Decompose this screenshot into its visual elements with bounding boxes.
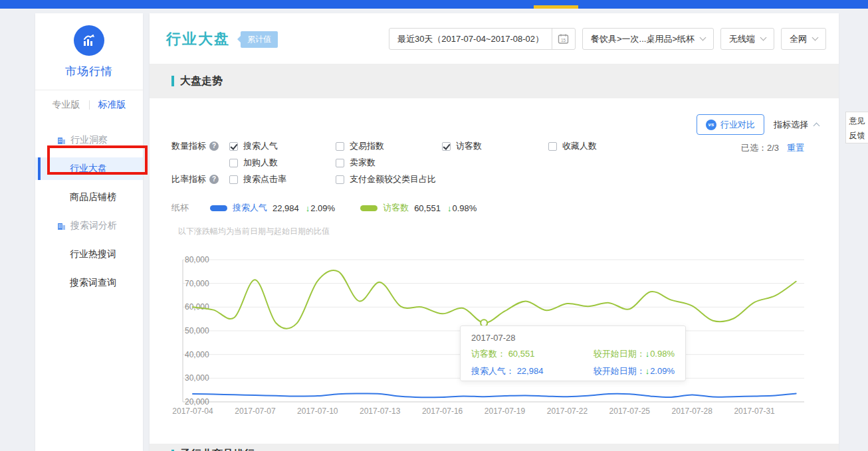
svg-text:2017-07-16: 2017-07-16: [422, 406, 463, 416]
metric-checkbox-visitors[interactable]: 访客数: [442, 141, 548, 151]
section-accent-bar: [171, 76, 174, 86]
chevron-down-icon: [812, 35, 819, 41]
checkbox[interactable]: [336, 175, 344, 184]
top-nav-bar: [0, 0, 868, 9]
svg-text:2017-07-13: 2017-07-13: [360, 406, 401, 416]
metric-checkbox-favorites[interactable]: 收藏人数: [548, 141, 661, 151]
industry-compare-button[interactable]: vs 行业对比: [697, 114, 764, 135]
svg-text:40,000: 40,000: [185, 350, 209, 359]
menu-group-industry-insight: 行业洞察: [35, 129, 143, 151]
chevron-down-icon: [700, 35, 706, 41]
legend-item-search-popularity[interactable]: 搜索人气 22,984 ↓ 2.09%: [210, 202, 335, 214]
tab-pro-version[interactable]: 专业版: [53, 99, 80, 111]
cumulative-badge: 累计值: [241, 31, 278, 48]
reset-link[interactable]: 重置: [787, 142, 804, 154]
chart-tooltip: 2017-07-28 访客数： 60,551 较开始日期：↓0.98% 搜索人气…: [460, 325, 686, 381]
main-content: 行业大盘 累计值 最近30天（2017-07-04~2017-08-02） 15…: [150, 13, 839, 451]
chevron-down-icon: [760, 35, 767, 41]
chevron-up-icon: [814, 123, 820, 130]
svg-text:70,000: 70,000: [185, 279, 209, 288]
page-title: 行业大盘: [166, 29, 230, 49]
svg-text:2017-07-19: 2017-07-19: [485, 406, 526, 416]
legend-item-visitors[interactable]: 访客数 60,551 ↓ 0.98%: [360, 202, 477, 214]
down-arrow-icon: ↓: [645, 366, 650, 376]
metric-checkbox-payment-ratio[interactable]: 支付金额较父类目占比: [336, 174, 442, 185]
scope-dropdown[interactable]: 全网: [781, 28, 826, 50]
checkbox[interactable]: [229, 142, 238, 151]
date-range-picker[interactable]: 最近30天（2017-07-04~2017-08-02） 15: [389, 28, 576, 50]
svg-text:50,000: 50,000: [185, 326, 209, 335]
down-arrow-icon: ↓: [306, 203, 310, 213]
app-title: 市场行情: [35, 64, 143, 79]
down-arrow-icon: ↓: [645, 349, 650, 359]
next-section-band: 子行业商品排行: [150, 444, 839, 451]
chart-legend: 纸杯 搜索人气 22,984 ↓ 2.09% 访客数 60,551 ↓ 0.98…: [171, 202, 502, 214]
sidebar: 市场行情 专业版 标准版 行业洞察 行业大盘 商品店铺榜 搜索词分析 行业热搜词…: [35, 13, 143, 451]
svg-text:2017-07-25: 2017-07-25: [609, 406, 651, 416]
checkbox[interactable]: [229, 175, 238, 184]
metric-checkbox-search-popularity[interactable]: 搜索人气: [229, 141, 336, 151]
checkbox[interactable]: [229, 159, 238, 167]
help-icon[interactable]: ?: [209, 175, 219, 184]
trend-chart-panel: vs 行业对比 指标选择 数量指标 ? 搜索人气 交易指数: [150, 98, 839, 444]
category-dropdown[interactable]: 餐饮具>一次...桌用品>纸杯: [582, 28, 714, 50]
feedback-button[interactable]: 意见反馈: [845, 112, 868, 143]
section-title-subindustry: 子行业商品排行: [180, 448, 255, 451]
svg-text:30,000: 30,000: [185, 373, 209, 383]
metric-checkbox-add-cart[interactable]: 加购人数: [229, 157, 336, 168]
active-nav-tab-indicator: [534, 5, 578, 9]
menu-group-search-analysis: 搜索词分析: [35, 215, 143, 237]
metric-checkbox-trade-index[interactable]: 交易指数: [336, 141, 442, 151]
tab-standard-version[interactable]: 标准版: [98, 99, 126, 111]
checkbox[interactable]: [548, 142, 557, 151]
legend-category: 纸杯: [171, 202, 189, 214]
ratio-metrics-label: 比率指标 ?: [171, 174, 229, 185]
page-header: 行业大盘 累计值 最近30天（2017-07-04~2017-08-02） 15…: [150, 13, 839, 64]
terminal-dropdown[interactable]: 无线端: [720, 28, 774, 50]
down-arrow-icon: ↓: [447, 203, 452, 213]
metric-select-toggle[interactable]: 指标选择: [774, 119, 819, 131]
svg-text:2017-07-10: 2017-07-10: [297, 406, 338, 416]
calendar-icon[interactable]: 15: [552, 33, 575, 45]
svg-text:2017-07-04: 2017-07-04: [172, 406, 213, 416]
checkbox[interactable]: [336, 142, 344, 151]
svg-text:2017-07-07: 2017-07-07: [235, 406, 276, 416]
brand: 市场行情: [35, 13, 143, 90]
svg-text:2017-07-31: 2017-07-31: [734, 406, 775, 416]
legend-swatch: [360, 205, 378, 211]
sidebar-item-hot-search-words[interactable]: 行业热搜词: [35, 243, 143, 266]
sidebar-item-product-shop-rank[interactable]: 商品店铺榜: [35, 186, 143, 209]
svg-text:20,000: 20,000: [185, 397, 209, 406]
svg-text:2017-07-28: 2017-07-28: [672, 406, 713, 416]
section-header-band: 大盘走势: [150, 64, 839, 98]
tooltip-date: 2017-07-28: [471, 333, 675, 343]
legend-swatch: [210, 205, 227, 211]
chart-note: 以下涨跌幅均为当前日期与起始日期的比值: [178, 226, 330, 237]
divider: [89, 100, 90, 110]
selected-count: 已选：2/3: [741, 142, 779, 154]
sidebar-item-search-word-query[interactable]: 搜索词查询: [35, 272, 143, 294]
sidebar-menu: 行业洞察 行业大盘 商品店铺榜 搜索词分析 行业热搜词 搜索词查询: [35, 120, 143, 294]
metric-checkbox-grid: 数量指标 ? 搜索人气 交易指数 访客数 收藏人数 加购人数: [171, 141, 661, 185]
checkbox[interactable]: [336, 159, 344, 167]
svg-text:80,000: 80,000: [185, 255, 209, 264]
vs-icon: vs: [706, 120, 716, 130]
checkbox[interactable]: [442, 142, 451, 151]
section-title-trend: 大盘走势: [180, 74, 223, 88]
building-icon: [57, 136, 66, 145]
metric-checkbox-search-ctr[interactable]: 搜索点击率: [229, 174, 336, 185]
building-icon: [57, 222, 66, 230]
metric-checkbox-sellers[interactable]: 卖家数: [336, 157, 442, 168]
market-chart-icon: [74, 25, 104, 56]
sidebar-item-industry-market[interactable]: 行业大盘: [35, 157, 143, 180]
quantity-metrics-label: 数量指标 ?: [171, 141, 229, 151]
help-icon[interactable]: ?: [209, 141, 219, 151]
svg-text:2017-07-22: 2017-07-22: [547, 406, 588, 416]
svg-text:15: 15: [561, 38, 566, 43]
